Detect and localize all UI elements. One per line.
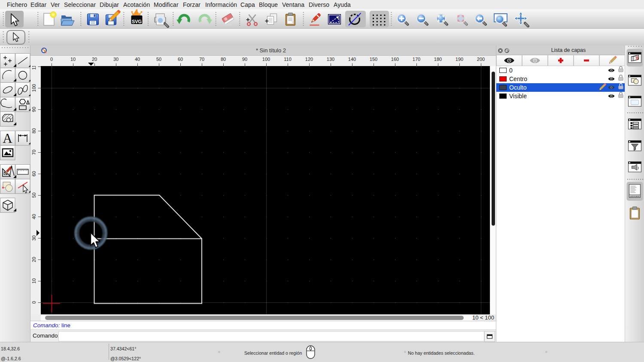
svg-text:0: 0 [31,301,36,304]
svg-text:110: 110 [284,57,292,62]
svg-text:130: 130 [327,57,334,62]
svg-text:10: 10 [31,278,36,284]
svg-text:10: 10 [70,57,76,62]
svg-text:50: 50 [31,193,36,198]
svg-text:A: A [3,131,12,146]
svg-text:150: 150 [370,57,377,62]
svg-text:command: command [630,195,640,197]
svg-text:40: 40 [31,214,36,219]
svg-text:140: 140 [348,57,356,62]
svg-text:90: 90 [242,57,247,62]
svg-text:30: 30 [113,57,118,62]
svg-text:180: 180 [434,57,442,62]
svg-text:160: 160 [391,57,399,62]
svg-text:80: 80 [221,57,226,62]
svg-text:11: 11 [31,66,36,70]
svg-text:70: 70 [199,57,204,62]
svg-text:120: 120 [305,57,313,62]
svg-text:170: 170 [413,57,420,62]
svg-text:190: 190 [456,57,463,62]
svg-text:50: 50 [156,57,161,62]
svg-text:30: 30 [31,235,36,241]
svg-text:80: 80 [31,128,36,133]
svg-text:90: 90 [31,107,36,112]
svg-text:20: 20 [31,257,36,262]
svg-text:60: 60 [178,57,183,62]
svg-text:0: 0 [50,57,53,62]
svg-text:200: 200 [477,57,485,62]
svg-text:100: 100 [31,84,36,92]
svg-text:SVG: SVG [132,19,142,24]
svg-text:20: 20 [92,57,97,62]
svg-text:60: 60 [31,171,36,176]
svg-text:40: 40 [135,57,140,62]
svg-text:70: 70 [31,150,36,155]
svg-text:100: 100 [262,57,270,62]
